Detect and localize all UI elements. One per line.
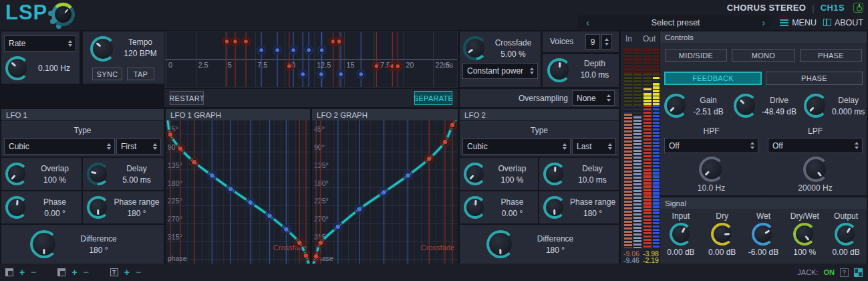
controls-panel: Controls MID/SIDE MONO PHASE FEEDBACK PH… <box>660 31 867 195</box>
power-icon[interactable] <box>853 3 863 13</box>
input-gain-knob[interactable] <box>670 223 692 246</box>
lfo1-delay-knob[interactable] <box>87 163 110 185</box>
lfo1-overlap-knob[interactable] <box>5 163 28 185</box>
lfo1-type-dropdown[interactable]: Cubic <box>4 138 115 155</box>
lfo1-phase-range-knob[interactable] <box>87 196 110 219</box>
separate-button[interactable]: SEPARATE <box>414 91 452 105</box>
meter-in-right <box>633 48 641 248</box>
spinner-arrows-icon[interactable] <box>747 138 758 153</box>
lfo1-difference-tile: Difference180 ° <box>1 225 164 264</box>
status-bar: + − + − T + − JACK: ON ? <box>0 264 868 281</box>
lfo2-type-label: Type <box>460 126 619 135</box>
about-button[interactable]: ABOUT <box>823 18 863 27</box>
menu-button[interactable]: MENU <box>780 18 817 27</box>
window-scale-decrease-button[interactable]: − <box>31 268 36 277</box>
lfo1-phase-range-tile: Phase range180 ° <box>83 191 164 223</box>
lfo1-type-value: Cubic <box>9 142 104 151</box>
help-icon[interactable]: ? <box>840 268 849 277</box>
lfo2-type-value: Cubic <box>467 142 559 151</box>
crossfade-value: 5.00 % <box>489 50 537 59</box>
lfo2-phase-knob[interactable] <box>464 196 486 219</box>
lfo1-difference-knob[interactable] <box>30 230 58 258</box>
lpf-mode-value: Off <box>772 141 851 151</box>
lfo2-overlap-knob[interactable] <box>464 163 486 185</box>
font-increase-button[interactable]: + <box>124 268 130 277</box>
oversampling-dropdown[interactable]: None <box>572 90 615 106</box>
gain-tile: Gain-2.51 dB <box>660 89 728 122</box>
spinner-arrows-icon[interactable] <box>603 91 614 105</box>
spinner-arrows-icon[interactable] <box>65 36 76 51</box>
window-scale-increase-button[interactable]: + <box>19 268 25 277</box>
tap-button[interactable]: TAP <box>127 68 154 80</box>
spinner-arrows-icon[interactable] <box>605 139 615 154</box>
rate-knob[interactable] <box>5 56 29 80</box>
feedback-phase-toggle[interactable]: PHASE <box>766 72 863 85</box>
preset-label[interactable]: Select preset <box>589 18 762 27</box>
lfo1-phase-tile: Phase0.00 ° <box>1 191 82 223</box>
voices-spinner[interactable] <box>601 34 612 50</box>
lfo2-order-dropdown[interactable]: Last <box>572 138 616 155</box>
oversampling-label: Oversampling <box>519 94 568 103</box>
lpf-mode-dropdown[interactable]: Off <box>768 138 863 153</box>
feedback-delay-tile: Delay0.000 ms <box>800 89 867 122</box>
feedback-delay-knob[interactable] <box>804 94 828 118</box>
phase-button[interactable]: PHASE <box>800 49 862 62</box>
hpf-freq-knob[interactable] <box>699 157 724 182</box>
wet-gain-knob[interactable] <box>752 223 774 246</box>
lpf-freq-knob[interactable] <box>803 157 829 182</box>
svg-text:20: 20 <box>406 61 414 69</box>
spinner-arrows-icon[interactable] <box>104 139 114 154</box>
dry-gain-knob[interactable] <box>711 223 734 246</box>
spinner-arrows-icon[interactable] <box>559 139 570 154</box>
plugin-title: CHORUS STEREO <box>727 3 807 13</box>
voices-value-box[interactable]: 9 <box>585 34 600 50</box>
ui-scale-increase-button[interactable]: + <box>71 268 77 277</box>
crossfade-label: Crossfade <box>489 38 537 48</box>
svg-text:12.5: 12.5 <box>317 61 331 69</box>
output-gain-knob[interactable] <box>835 223 857 246</box>
mono-button[interactable]: MONO <box>732 49 795 62</box>
lfo2-type-dropdown[interactable]: Cubic <box>462 138 571 155</box>
dry-wet-knob[interactable] <box>793 223 816 246</box>
lfo2-phase-range-knob[interactable] <box>543 196 566 219</box>
font-decrease-button[interactable]: − <box>136 268 141 277</box>
spinner-arrows-icon[interactable] <box>150 139 160 154</box>
lfo2-difference-knob[interactable] <box>486 230 515 258</box>
spinner-arrows-icon[interactable] <box>527 64 537 78</box>
lfo1-overlap-tile: Overlap100 % <box>1 158 82 190</box>
crossfade-panel: Crossfade 5.00 % Constant power <box>460 31 541 87</box>
lfo1-type-label: Type <box>1 126 164 135</box>
gain-knob[interactable] <box>664 94 688 118</box>
sync-button[interactable]: SYNC <box>92 68 122 80</box>
grid-resize-icon[interactable] <box>854 268 863 277</box>
voices-label: Voices <box>550 37 573 46</box>
preset-next-icon[interactable]: › <box>762 18 765 27</box>
plugin-id: CH1S <box>821 3 845 13</box>
lfo2-graph-plot: 45°90°135°180°225°270°315°phaseCrossfade <box>312 120 458 264</box>
svg-text:5: 5 <box>228 61 232 69</box>
feedback-toggle[interactable]: FEEDBACK <box>664 72 762 85</box>
lfo2-delay-knob[interactable] <box>543 163 566 185</box>
crossfade-mode-dropdown[interactable]: Constant power <box>462 63 538 79</box>
lfo2-delay-tile: Delay10.0 ms <box>539 158 619 190</box>
crossfade-mode-value: Constant power <box>467 66 527 76</box>
lfo1-phase-knob[interactable] <box>5 196 28 219</box>
lfo2-order-value: Last <box>577 142 605 151</box>
midside-button[interactable]: MID/SIDE <box>665 49 727 62</box>
menu-label: MENU <box>792 18 817 27</box>
drive-knob[interactable] <box>734 94 758 118</box>
crossfade-knob[interactable] <box>463 36 487 60</box>
jack-status: ON <box>824 268 835 276</box>
spinner-arrows-icon[interactable] <box>851 138 862 153</box>
voice-timeline-graph: 02.557.51012.51517.52022.5ms <box>164 31 458 88</box>
rate-mode-dropdown[interactable]: Rate <box>4 35 76 52</box>
signal-header: Signal <box>660 197 867 209</box>
lfo2-overlap-tile: Overlap100 % <box>460 158 538 190</box>
lpf-section: LPF Off 20000 Hz <box>764 124 867 195</box>
lfo1-order-dropdown[interactable]: First <box>116 138 161 155</box>
depth-knob[interactable] <box>547 58 571 82</box>
preset-selector[interactable]: ‹ Select preset › <box>578 15 773 30</box>
restart-button[interactable]: RESTART <box>170 91 204 105</box>
ui-scale-decrease-button[interactable]: − <box>84 268 89 277</box>
tempo-knob[interactable] <box>90 36 116 62</box>
